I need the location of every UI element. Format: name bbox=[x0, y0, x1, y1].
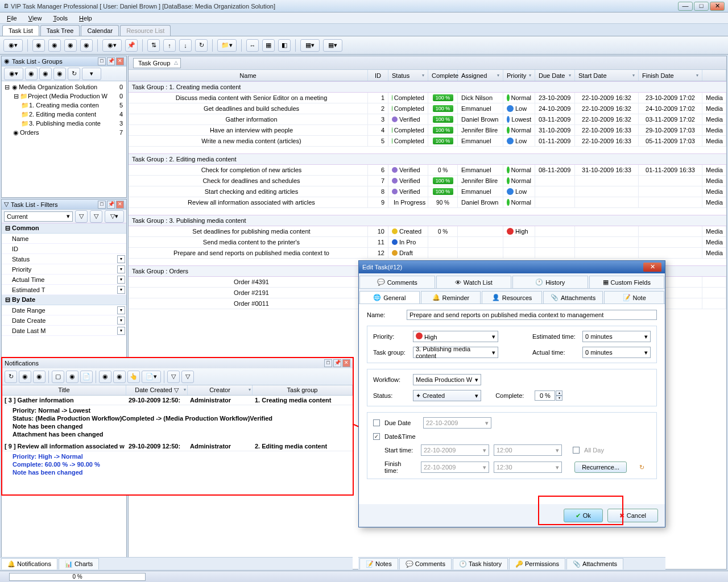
dialog-close-button[interactable]: ✕ bbox=[643, 263, 661, 272]
rtab-attachments[interactable]: 📎Attachments bbox=[566, 558, 623, 569]
finish-time-combo[interactable]: 12:30▾ bbox=[494, 462, 562, 473]
ntb-filter[interactable]: ▽ bbox=[167, 371, 180, 383]
tb-print[interactable]: ▦▾ bbox=[323, 39, 342, 52]
col-assigned[interactable]: Assigned▾ bbox=[458, 70, 503, 81]
table-row[interactable]: Write a new media content (articles)5Com… bbox=[129, 136, 726, 147]
datetime-check[interactable]: ✓ bbox=[373, 433, 380, 440]
filter-lastm[interactable]: Date Last M▾ bbox=[2, 326, 126, 336]
dialog-titlebar[interactable]: Edit Task(#12) ✕ bbox=[359, 261, 665, 273]
cancel-button[interactable]: ✖Cancel bbox=[607, 509, 658, 522]
tab-resource-list[interactable]: Resource List bbox=[120, 25, 171, 36]
ntb-c[interactable]: ▢ bbox=[52, 371, 64, 383]
tb-refresh[interactable]: ↻ bbox=[195, 39, 208, 52]
dtab-history[interactable]: 🕐History bbox=[512, 276, 588, 288]
group-header[interactable]: Task Group : 3. Publishing media content bbox=[129, 215, 726, 226]
ntb-refresh[interactable]: ↻ bbox=[5, 371, 17, 383]
table-row[interactable]: Check for deadlines and schedules7Verifi… bbox=[129, 176, 726, 186]
ntb-filter2[interactable]: ▽ bbox=[181, 371, 194, 383]
btab-charts[interactable]: 📊Charts bbox=[59, 558, 99, 569]
tb-hexpand[interactable]: ↔ bbox=[246, 39, 259, 52]
tb-grid[interactable]: ▦ bbox=[262, 39, 275, 52]
ntb-a[interactable]: ◉ bbox=[19, 371, 31, 383]
rtab-permissions[interactable]: 🔑Permissions bbox=[509, 558, 565, 569]
group-header[interactable]: Task Group : 1. Creating media content bbox=[129, 81, 726, 93]
priority-combo[interactable]: High▾ bbox=[413, 331, 498, 342]
tb-collapse[interactable]: ◧ bbox=[278, 39, 291, 52]
tb-check[interactable]: ◉ bbox=[32, 39, 45, 52]
filter-sec-date[interactable]: ⊟ By Date bbox=[2, 295, 126, 305]
tb-folder[interactable]: 📁▾ bbox=[217, 39, 237, 52]
col-duedate[interactable]: Due Date▾ bbox=[535, 70, 575, 81]
tree-g1[interactable]: 📁1. Creating media conten5 bbox=[3, 101, 125, 110]
ftb-c[interactable]: ▽▾ bbox=[105, 210, 124, 223]
filter-status[interactable]: Status▾ bbox=[2, 254, 126, 264]
taskgroup-combo[interactable]: 3. Publishing media content▾ bbox=[413, 347, 498, 358]
tree-project[interactable]: ⊟📁Project (Media Production W0 bbox=[3, 92, 125, 101]
menu-help[interactable]: Help bbox=[75, 14, 97, 23]
table-row[interactable]: Check for completion of new articles6Ver… bbox=[129, 165, 726, 176]
tab-task-list[interactable]: Task List bbox=[2, 25, 39, 36]
col-priority[interactable]: Priority▾ bbox=[503, 70, 535, 81]
gtb-new[interactable]: ◉▾ bbox=[4, 68, 23, 80]
status-combo[interactable]: ✦ Created▾ bbox=[413, 390, 481, 401]
ok-button[interactable]: ✔Ok bbox=[564, 509, 603, 522]
filter-create[interactable]: Date Create▾ bbox=[2, 315, 126, 326]
finish-date-combo[interactable]: 22-10-2009▾ bbox=[421, 462, 489, 473]
notif-max[interactable]: □ bbox=[324, 359, 332, 367]
tree-root[interactable]: ⊟◉Media Organization Solution0 bbox=[3, 82, 125, 92]
notif-close[interactable]: ✕ bbox=[342, 359, 350, 367]
refresh-icon[interactable]: ↻ bbox=[639, 464, 644, 471]
col-status[interactable]: Status▾ bbox=[388, 70, 428, 81]
dtab-comments[interactable]: 💬Comments bbox=[359, 276, 435, 288]
ncol-creator[interactable]: Creator▾ bbox=[188, 385, 253, 395]
tree-orders[interactable]: ◉Orders7 bbox=[3, 128, 125, 137]
allday-check[interactable] bbox=[573, 447, 580, 454]
table-row[interactable]: Get deadlines and build schedules2Comple… bbox=[129, 103, 726, 114]
name-input[interactable] bbox=[407, 310, 657, 320]
tb-pin[interactable]: 📌 bbox=[125, 39, 138, 52]
recurrence-button[interactable]: Recurrence... bbox=[574, 462, 627, 473]
maximize-button[interactable]: □ bbox=[694, 2, 709, 11]
close-button[interactable]: ✕ bbox=[710, 2, 725, 11]
complete-spinner[interactable]: 0 %▴▾ bbox=[535, 390, 555, 401]
ncol-date[interactable]: Date Created ▽▾ bbox=[126, 385, 188, 395]
dtab-reminder[interactable]: 🔔Reminder bbox=[421, 291, 481, 304]
menu-file[interactable]: File bbox=[2, 14, 22, 23]
duedate-check[interactable] bbox=[373, 419, 380, 426]
dtab-general[interactable]: 🌐General bbox=[359, 291, 420, 304]
tree-g2[interactable]: 📁2. Editing media content4 bbox=[3, 110, 125, 119]
tb-new[interactable]: ◉▾ bbox=[3, 39, 23, 52]
gtb-refresh[interactable]: ↻ bbox=[68, 68, 80, 80]
ncol-title[interactable]: Title bbox=[2, 385, 126, 395]
gtb-d[interactable]: ▾ bbox=[82, 68, 101, 80]
rtab-comments[interactable]: 💬Comments bbox=[399, 558, 452, 569]
table-row[interactable]: Have an interview with people4Completed1… bbox=[129, 125, 726, 136]
tb-up[interactable]: ↑ bbox=[163, 39, 176, 52]
minimize-button[interactable]: — bbox=[678, 2, 693, 11]
tb-delete[interactable]: ◉ bbox=[64, 39, 77, 52]
dtab-attach[interactable]: 📎Attachments bbox=[543, 291, 603, 304]
ntb-e[interactable]: 📄 bbox=[80, 371, 93, 383]
ntb-d[interactable]: ◉ bbox=[66, 371, 78, 383]
ntb-b[interactable]: ◉ bbox=[33, 371, 46, 383]
table-row[interactable]: Discuss media content with Senior Editor… bbox=[129, 93, 726, 103]
tree-g3[interactable]: 📁3. Publishing media conte3 bbox=[3, 119, 125, 128]
notif-row[interactable]: [ 9 ] Review all information associated … bbox=[2, 442, 353, 451]
tb-down[interactable]: ↓ bbox=[179, 39, 192, 52]
ncol-grp[interactable]: Task group bbox=[253, 385, 353, 395]
filter-est[interactable]: Estimated T▾ bbox=[2, 285, 126, 295]
col-startdate[interactable]: Start Date▾ bbox=[575, 70, 639, 81]
dtab-watch[interactable]: 👁Watch List bbox=[436, 276, 512, 288]
col-id[interactable]: ID bbox=[368, 70, 388, 81]
rtab-notes[interactable]: 📝Notes bbox=[359, 558, 398, 569]
notif-pin[interactable]: 📌 bbox=[333, 359, 341, 367]
table-row[interactable]: Prepare and send reports on published me… bbox=[129, 248, 726, 259]
menu-tools[interactable]: Tools bbox=[48, 14, 72, 23]
dtab-resources[interactable]: 👤Resources bbox=[482, 291, 542, 304]
filter-actual[interactable]: Actual Time▾ bbox=[2, 275, 126, 285]
dtab-custom[interactable]: ▦Custom Fields bbox=[589, 276, 665, 288]
filters-close[interactable]: ✕ bbox=[116, 201, 124, 209]
col-name[interactable]: Name bbox=[129, 70, 368, 81]
ntb-g[interactable]: ◉ bbox=[113, 371, 126, 383]
ntb-i[interactable]: 📄▾ bbox=[142, 371, 161, 383]
